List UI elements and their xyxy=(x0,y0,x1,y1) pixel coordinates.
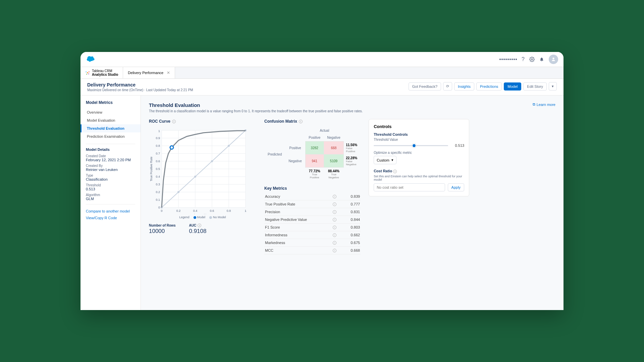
svg-text:False Positive Rate: False Positive Rate xyxy=(191,214,217,214)
svg-text:0.5: 0.5 xyxy=(156,167,160,171)
app-launcher-icon[interactable] xyxy=(499,59,517,60)
svg-text:0: 0 xyxy=(158,206,160,209)
svg-point-4 xyxy=(89,71,90,72)
info-icon[interactable]: i xyxy=(333,249,336,252)
svg-point-2 xyxy=(87,72,88,73)
roc-title: ROC Curve xyxy=(149,119,170,124)
svg-point-28 xyxy=(194,176,196,178)
sidebar-item-threshold-evaluation[interactable]: Threshold Evaluation xyxy=(80,124,141,132)
cost-ratio-input[interactable] xyxy=(374,183,445,191)
metric-row: Negative Predictive Valuei0.844 xyxy=(264,216,361,224)
refresh-button[interactable]: ⟳ xyxy=(443,82,452,90)
svg-text:0.2: 0.2 xyxy=(176,209,181,213)
confusion-matrix: Actual PositiveNegative Predicted Positi… xyxy=(264,127,361,181)
info-icon[interactable]: i xyxy=(299,120,303,123)
info-icon[interactable]: i xyxy=(333,218,336,222)
bell-icon[interactable] xyxy=(539,57,544,62)
info-icon[interactable]: i xyxy=(333,226,336,229)
info-icon[interactable]: i xyxy=(333,195,336,198)
insights-button[interactable]: Insights xyxy=(454,82,474,90)
cost-ratio-label: Cost Ratio xyxy=(374,169,392,173)
svg-text:0.3: 0.3 xyxy=(156,183,160,186)
analytics-studio-icon xyxy=(85,70,90,75)
roc-legend: Legend Model No Model xyxy=(149,216,256,219)
view-code-link[interactable]: View/Copy R Code xyxy=(80,215,141,221)
svg-point-27 xyxy=(177,191,179,193)
svg-text:0.6: 0.6 xyxy=(156,160,160,163)
page-title: Delivery Performance xyxy=(87,82,193,87)
apply-button[interactable]: Apply xyxy=(448,183,465,191)
svg-point-5 xyxy=(86,74,87,75)
svg-point-30 xyxy=(228,145,230,147)
info-icon[interactable]: i xyxy=(333,210,336,214)
sidebar-item-prediction-examination[interactable]: Prediction Examination xyxy=(80,132,141,140)
sidebar-item-overview[interactable]: Overview xyxy=(80,108,141,116)
salesforce-logo xyxy=(86,55,95,63)
avatar[interactable] xyxy=(549,55,558,64)
help-icon[interactable]: ? xyxy=(522,56,525,62)
page-tab[interactable]: Delivery Performance ✕ xyxy=(123,67,175,78)
model-details-title: Model Details xyxy=(86,147,135,152)
edit-story-button[interactable]: Edit Story xyxy=(523,82,547,90)
threshold-controls-label: Threshold Controls xyxy=(374,132,464,136)
auc-value: 0.9108 xyxy=(189,228,206,235)
main-title: Threshold Evaluation xyxy=(149,102,200,108)
model-type: Classification xyxy=(86,177,135,181)
roc-chart: 00.10.20.30.40.50.60.70.80.91 00.20.40.6… xyxy=(149,127,250,214)
model-button[interactable]: Model xyxy=(504,82,521,90)
svg-text:0.4: 0.4 xyxy=(193,209,198,213)
close-icon[interactable]: ✕ xyxy=(167,70,170,75)
svg-text:0.1: 0.1 xyxy=(156,198,160,201)
svg-text:0.7: 0.7 xyxy=(156,152,160,155)
info-icon[interactable]: i xyxy=(333,233,336,237)
learn-more-link[interactable]: ⧉ Learn more xyxy=(533,102,555,107)
info-icon[interactable]: i xyxy=(393,170,397,173)
predictions-button[interactable]: Predictions xyxy=(476,82,502,90)
compare-model-link[interactable]: Compare to another model xyxy=(80,208,141,215)
threshold-slider-value: 0.513 xyxy=(451,143,464,147)
main-description: The threshold in a classification model … xyxy=(149,109,555,113)
threshold-slider[interactable] xyxy=(374,145,448,146)
more-menu-button[interactable]: ▾ xyxy=(549,82,557,90)
svg-text:1: 1 xyxy=(245,209,246,213)
slider-thumb[interactable] xyxy=(412,143,416,148)
chevron-down-icon: ▾ xyxy=(391,158,393,162)
info-icon[interactable]: i xyxy=(333,241,336,245)
gear-icon[interactable] xyxy=(529,57,535,62)
rows-label: Number of Rows xyxy=(149,224,175,227)
info-icon[interactable]: i xyxy=(172,120,176,123)
svg-text:0: 0 xyxy=(161,209,162,213)
rows-value: 10000 xyxy=(149,228,175,235)
threshold-value: 0.513 xyxy=(86,187,135,191)
svg-text:1: 1 xyxy=(158,129,160,133)
external-link-icon: ⧉ xyxy=(533,102,535,107)
feedback-button[interactable]: Got Feedback? xyxy=(409,82,441,90)
info-icon[interactable]: i xyxy=(333,202,336,206)
app-name-line1: Tableau CRM xyxy=(92,69,112,73)
metric-row: MCCi0.668 xyxy=(264,247,361,254)
svg-text:0.4: 0.4 xyxy=(156,175,160,178)
metric-row: True Positive Ratei0.777 xyxy=(264,200,361,208)
metric-row: Precisioni0.831 xyxy=(264,208,361,216)
svg-text:0.2: 0.2 xyxy=(156,190,160,194)
svg-text:0.8: 0.8 xyxy=(156,144,160,147)
metric-row: Informednessi0.662 xyxy=(264,231,361,239)
sidebar-title: Model Metrics xyxy=(80,100,141,108)
svg-point-32 xyxy=(170,146,173,149)
svg-point-0 xyxy=(531,59,533,60)
app-tab[interactable]: Tableau CRMAnalytics Studio xyxy=(80,67,123,78)
key-metrics-title: Key Metrics xyxy=(264,186,287,191)
optimize-metric-select[interactable]: Custom▾ xyxy=(374,156,396,164)
svg-point-6 xyxy=(88,73,89,74)
algorithm: GLM xyxy=(86,197,135,201)
auc-label: AUC xyxy=(189,224,196,227)
created-by: Reinier van Leuken xyxy=(86,168,135,172)
page-subtitle: Maximize Delivered on time (OnTime) · La… xyxy=(87,88,193,92)
svg-point-3 xyxy=(86,71,87,72)
svg-text:True Positive Rate: True Positive Rate xyxy=(150,157,153,181)
app-name-line2: Analytics Studio xyxy=(92,73,118,76)
info-icon[interactable]: i xyxy=(198,224,201,227)
sidebar-item-model-evaluation[interactable]: Model Evaluation xyxy=(80,116,141,124)
svg-point-29 xyxy=(211,160,213,162)
metric-row: Accuracyi0.839 xyxy=(264,193,361,200)
